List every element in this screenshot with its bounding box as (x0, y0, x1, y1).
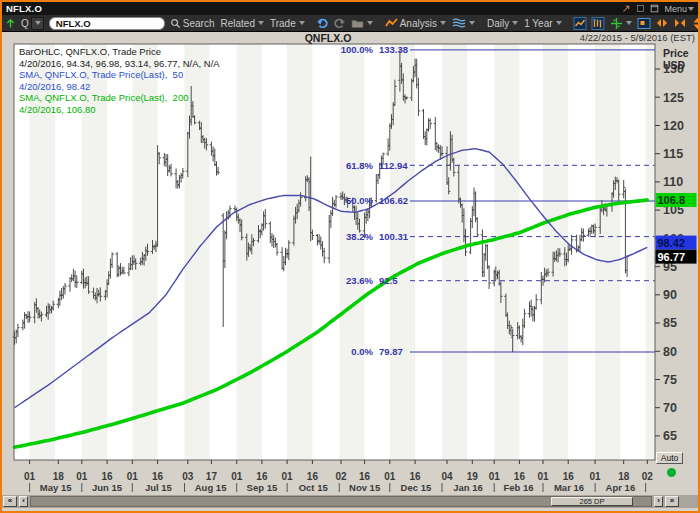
period-dropdown[interactable]: Daily (486, 16, 519, 30)
price-marker-label: 98.42 (658, 237, 686, 249)
x-month-label: Nov 15 (349, 482, 381, 493)
x-tick-label: 16 (514, 471, 526, 482)
legend-line: 4/20/2016, 94.34, 96.98, 93.14, 96.77, N… (19, 58, 220, 70)
y-tick-label: 85 (663, 316, 677, 330)
period-label: Daily (487, 18, 509, 29)
x-month-label: Oct 15 (299, 482, 329, 493)
x-tick-label: 16 (256, 471, 268, 482)
auto-scale-button[interactable]: Auto (656, 452, 683, 464)
restore-icon[interactable] (636, 4, 645, 13)
x-tick-label: 16 (359, 471, 371, 482)
y-tick-label: 120 (663, 119, 684, 133)
trade-dropdown[interactable]: Trade (269, 16, 306, 30)
y-tick-label: 65 (663, 429, 677, 443)
undo-icon[interactable] (316, 17, 329, 29)
x-tick-label: 01 (537, 471, 549, 482)
fib-percent-label: 23.6% (346, 275, 373, 286)
x-tick-label: 18 (53, 471, 65, 482)
y-tick-label: 75 (663, 373, 677, 387)
legend-line: SMA, QNFLX.O, Trade Price(Last), 50 (19, 69, 220, 81)
waves-icon (452, 17, 466, 29)
x-month-label: Jun 15 (92, 482, 123, 493)
chevron-down-icon (512, 21, 518, 25)
x-tick-label: 18 (618, 471, 630, 482)
range-dropdown[interactable]: 1 Year (523, 16, 562, 30)
legend-line: 4/20/2016, 98.42 (19, 81, 220, 93)
scrollbar-track[interactable]: 265 DP (30, 496, 652, 507)
menu-label: Menu (664, 4, 687, 14)
folder-icon (351, 17, 364, 29)
scroll-far-right-button[interactable]: » (665, 496, 679, 507)
zigzag-icon (385, 17, 398, 29)
chart-title: QNFLX.O (2, 32, 654, 44)
y-axis-title: Price USD (663, 47, 689, 71)
chevron-down-icon (626, 21, 632, 25)
legend-line: BarOHLC, QNFLX.O, Trade Price (19, 46, 220, 58)
y-tick-label: 90 (663, 288, 677, 302)
fib-value-label: 106.62 (379, 195, 408, 206)
file-dropdown[interactable] (350, 16, 374, 30)
collapse-horizontal-icon[interactable] (673, 17, 687, 29)
line-chart-icon[interactable] (573, 17, 587, 30)
fib-value-label: 92.5 (379, 275, 398, 286)
scrollbar-thumb[interactable]: 265 DP (551, 497, 633, 506)
x-tick-label: 17 (206, 471, 218, 482)
fib-value-label: 133.38 (379, 44, 408, 55)
fib-value-label: 79.87 (379, 346, 403, 357)
arrow-up-icon[interactable] (5, 17, 16, 29)
scroll-right-button[interactable]: › (654, 496, 663, 507)
analysis-dropdown[interactable]: Analysis (384, 16, 447, 30)
redo-icon[interactable] (333, 17, 346, 29)
x-month-label: May 15 (40, 482, 72, 493)
bar-chart-icon[interactable] (591, 17, 605, 30)
x-tick-label: 16 (410, 471, 422, 482)
related-label: Related (220, 18, 254, 29)
x-month-label: Jul 15 (145, 482, 173, 493)
x-month-label: Dec 15 (401, 482, 432, 493)
scroll-left-button[interactable]: ‹ (19, 496, 28, 507)
symbol-input[interactable] (49, 17, 165, 30)
x-month-label: Aug 15 (195, 482, 227, 493)
fib-value-label: 112.94 (379, 160, 408, 171)
x-tick-label: 03 (182, 471, 194, 482)
y-axis-title-price: Price (663, 47, 689, 59)
x-tick-label: 02 (335, 471, 347, 482)
x-month-label: Mar 16 (554, 482, 584, 493)
x-tick-label: 01 (489, 471, 501, 482)
window-icon[interactable] (650, 4, 659, 13)
x-tick-label: 01 (590, 471, 602, 482)
quote-mode-label: Q (21, 18, 29, 29)
x-tick-label: 19 (467, 471, 479, 482)
legend-line: 4/20/2016, 106.80 (19, 104, 220, 116)
x-month-label: Jan 16 (453, 482, 483, 493)
fib-percent-label: 50.0% (346, 195, 373, 206)
x-tick-label: 01 (24, 471, 36, 482)
fib-percent-label: 0.0% (351, 346, 373, 357)
scroll-far-left-button[interactable]: « (3, 496, 17, 507)
chevron-down-icon (367, 21, 373, 25)
x-tick-label: 01 (76, 471, 88, 482)
y-axis-title-currency: USD (663, 59, 689, 71)
window-title: NFLX.O (2, 3, 42, 14)
crosshair-dropdown[interactable] (609, 16, 633, 30)
chevron-down-icon (31, 17, 44, 30)
popout-icon[interactable] (622, 4, 631, 13)
y-tick-label: 115 (663, 147, 683, 161)
x-month-label: Feb 16 (504, 482, 534, 493)
price-marker-label: 106.8 (658, 194, 686, 206)
x-tick-label: 16 (152, 471, 164, 482)
new-window-icon[interactable] (637, 17, 651, 30)
x-tick-label: 16 (102, 471, 114, 482)
fib-value-label: 100.31 (379, 231, 409, 242)
fib-percent-label: 100.0% (341, 44, 374, 55)
expand-vertical-icon[interactable] (691, 17, 700, 30)
quote-mode-dropdown[interactable]: Q (20, 16, 45, 30)
x-tick-label: 16 (563, 471, 575, 482)
annotate-dropdown[interactable] (451, 16, 476, 30)
analysis-label: Analysis (400, 18, 437, 29)
search-button[interactable]: Search (169, 16, 216, 30)
related-dropdown[interactable]: Related (219, 16, 264, 30)
x-tick-label: 01 (231, 471, 243, 482)
menu-button[interactable]: Menu (664, 4, 694, 14)
expand-horizontal-icon[interactable] (655, 17, 669, 29)
